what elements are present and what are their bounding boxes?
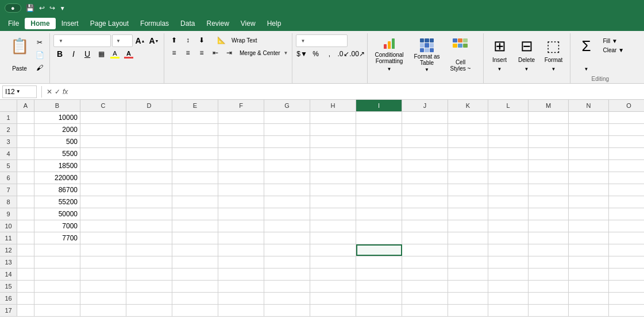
list-item[interactable] <box>529 160 569 172</box>
list-item[interactable] <box>402 124 448 135</box>
menu-review[interactable]: Review <box>200 18 234 29</box>
list-item[interactable] <box>356 124 402 135</box>
format-painter-button[interactable]: 🖌 <box>33 62 46 73</box>
list-item[interactable] <box>609 220 644 232</box>
list-item[interactable] <box>172 220 218 232</box>
align-top-left-button[interactable]: ⬆ <box>168 34 180 46</box>
merge-center-button[interactable]: Merge & Center <box>237 47 283 59</box>
list-item[interactable] <box>569 232 609 244</box>
orientation-button[interactable]: 📐 <box>215 34 227 46</box>
list-item[interactable] <box>80 172 126 184</box>
list-item[interactable] <box>402 293 448 304</box>
list-item[interactable] <box>356 196 402 208</box>
list-item[interactable] <box>569 172 609 184</box>
list-item[interactable] <box>448 281 488 292</box>
list-item[interactable] <box>17 160 34 172</box>
format-button[interactable]: ⬚ Format ▼ <box>541 36 566 73</box>
list-item[interactable] <box>34 256 80 268</box>
list-item[interactable] <box>126 160 172 172</box>
list-item[interactable] <box>448 112 488 123</box>
fill-button[interactable]: Fill ▼ <box>600 37 627 45</box>
list-item[interactable] <box>264 293 310 304</box>
formula-confirm-button[interactable]: ✓ <box>55 88 60 96</box>
menu-view[interactable]: View <box>235 18 261 29</box>
list-item[interactable] <box>310 268 356 280</box>
list-item[interactable] <box>172 256 218 268</box>
list-item[interactable] <box>529 196 569 208</box>
list-item[interactable] <box>488 281 529 292</box>
format-as-table-button[interactable]: Format asTable ▼ <box>410 36 444 73</box>
list-item[interactable] <box>402 232 448 244</box>
list-item[interactable] <box>402 256 448 268</box>
conditional-formatting-button[interactable]: ConditionalFormatting ▼ <box>371 36 408 73</box>
list-item[interactable] <box>609 160 644 172</box>
list-item[interactable] <box>218 124 264 135</box>
list-item[interactable] <box>609 184 644 196</box>
list-item[interactable] <box>609 136 644 147</box>
list-item[interactable] <box>356 232 402 244</box>
list-item[interactable] <box>402 305 448 316</box>
list-item[interactable] <box>529 293 569 304</box>
list-item[interactable] <box>80 220 126 232</box>
list-item[interactable]: 55200 <box>34 196 80 208</box>
list-item[interactable] <box>488 244 529 256</box>
col-header-A[interactable]: A <box>17 100 34 111</box>
col-header-J[interactable]: J <box>402 100 448 111</box>
list-item[interactable] <box>218 112 264 123</box>
list-item[interactable] <box>126 196 172 208</box>
list-item[interactable] <box>609 293 644 304</box>
list-item[interactable] <box>80 208 126 220</box>
list-item[interactable] <box>80 244 126 256</box>
list-item[interactable] <box>126 136 172 147</box>
list-item[interactable] <box>17 124 34 135</box>
cell-ref-arrow[interactable]: ▼ <box>16 89 21 94</box>
list-item[interactable] <box>17 232 34 244</box>
list-item[interactable] <box>218 305 264 316</box>
list-item[interactable]: 18500 <box>34 160 80 172</box>
list-item[interactable] <box>529 184 569 196</box>
align-top-right-button[interactable]: ⬇ <box>195 34 208 46</box>
list-item[interactable] <box>80 160 126 172</box>
list-item[interactable] <box>609 256 644 268</box>
list-item[interactable] <box>569 293 609 304</box>
list-item[interactable] <box>356 244 402 256</box>
list-item[interactable] <box>218 136 264 147</box>
list-item[interactable] <box>218 232 264 244</box>
list-item[interactable] <box>126 124 172 135</box>
list-item[interactable] <box>569 208 609 220</box>
list-item[interactable] <box>356 172 402 184</box>
list-item[interactable] <box>218 148 264 159</box>
list-item[interactable] <box>310 184 356 196</box>
list-item[interactable] <box>218 256 264 268</box>
menu-file[interactable]: File <box>2 18 25 29</box>
list-item[interactable] <box>448 232 488 244</box>
row-header-4[interactable]: 4 <box>0 148 17 159</box>
list-item[interactable] <box>126 232 172 244</box>
list-item[interactable] <box>569 305 609 316</box>
list-item[interactable] <box>529 268 569 280</box>
list-item[interactable] <box>609 208 644 220</box>
list-item[interactable] <box>310 293 356 304</box>
list-item[interactable] <box>172 148 218 159</box>
list-item[interactable] <box>529 172 569 184</box>
list-item[interactable] <box>126 148 172 159</box>
list-item[interactable] <box>126 220 172 232</box>
list-item[interactable] <box>529 112 569 123</box>
list-item[interactable] <box>448 220 488 232</box>
list-item[interactable] <box>529 281 569 292</box>
list-item[interactable] <box>609 305 644 316</box>
list-item[interactable] <box>310 220 356 232</box>
list-item[interactable] <box>569 268 609 280</box>
list-item[interactable] <box>218 281 264 292</box>
list-item[interactable] <box>609 281 644 292</box>
list-item[interactable] <box>356 160 402 172</box>
list-item[interactable] <box>310 244 356 256</box>
list-item[interactable] <box>80 256 126 268</box>
row-header-14[interactable]: 14 <box>0 268 17 280</box>
list-item[interactable] <box>448 293 488 304</box>
align-right-button[interactable]: ≡ <box>195 47 208 59</box>
list-item[interactable] <box>264 124 310 135</box>
list-item[interactable] <box>172 160 218 172</box>
list-item[interactable] <box>17 256 34 268</box>
menu-page-layout[interactable]: Page Layout <box>84 18 134 29</box>
